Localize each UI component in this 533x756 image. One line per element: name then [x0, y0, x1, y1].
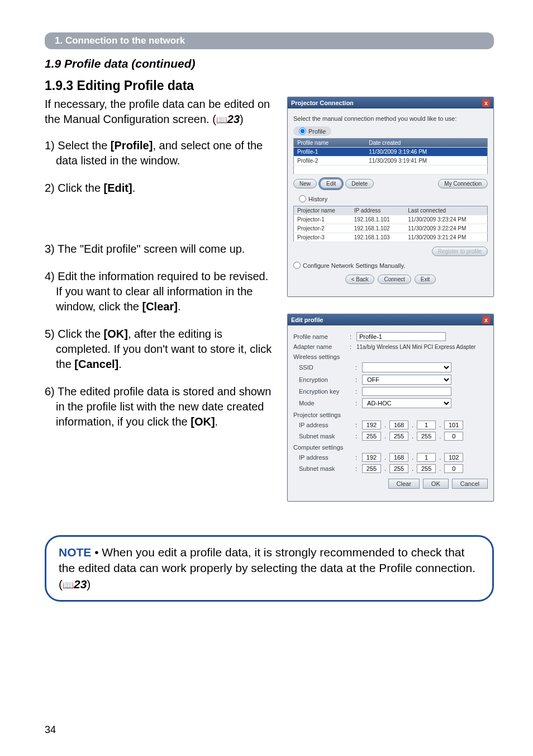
note-box: NOTE • When you edit a profile data, it …: [45, 535, 494, 602]
label-ip-address: IP address: [299, 454, 352, 461]
comp-mask-4[interactable]: [444, 464, 463, 473]
edit-profile-dialog: Edit profile x Profile name: Adapter nam…: [287, 314, 494, 502]
proj-mask-4[interactable]: [444, 432, 463, 441]
dialog-title: Edit profile: [291, 316, 323, 323]
label-mode: Mode: [299, 400, 352, 407]
profile-name-input[interactable]: [356, 332, 446, 341]
table-row[interactable]: Projector-3192.168.1.10311/30/2009 3:21:…: [294, 233, 488, 242]
new-button[interactable]: New: [293, 179, 317, 188]
projector-connection-dialog: Projector Connection x Select the manual…: [287, 97, 494, 297]
book-icon: [216, 113, 227, 125]
table-row[interactable]: Profile-211/30/2009 3:19:41 PM: [294, 157, 488, 166]
proj-ip-1[interactable]: [362, 420, 381, 429]
encryption-key-input[interactable]: [362, 387, 451, 396]
label-subnet-mask: Subnet mask: [299, 465, 352, 472]
intro-ref: 23: [227, 113, 240, 125]
step-1a: 1) Select the: [45, 139, 111, 152]
page-number: 34: [45, 724, 56, 736]
step-1: 1) Select the [Profile], and select one …: [45, 138, 277, 168]
table-row[interactable]: Projector-2192.168.1.10211/30/2009 3:22:…: [294, 224, 488, 233]
proj-ip-2[interactable]: [389, 420, 408, 429]
step-2: 2) Click the [Edit].: [45, 181, 277, 196]
clear-button[interactable]: Clear: [388, 479, 420, 489]
step-6: 6) The edited profile data is stored and…: [45, 384, 277, 429]
comp-ip-4[interactable]: [444, 453, 463, 462]
proj-ip-4[interactable]: [444, 420, 463, 429]
edit-button[interactable]: Edit: [320, 179, 342, 188]
col-profile-name: Profile name: [294, 139, 366, 148]
label-subnet-mask: Subnet mask: [299, 433, 352, 440]
radio-manual[interactable]: Configure Network Settings Manually.: [293, 262, 488, 269]
proj-ip-3[interactable]: [417, 420, 436, 429]
label-ip-address: IP address: [299, 422, 352, 428]
profile-table: Profile nameDate created Profile-111/30/…: [293, 138, 488, 174]
radio-profile[interactable]: Profile: [293, 126, 331, 136]
table-row[interactable]: Projector-1192.168.1.10111/30/2009 3:23:…: [294, 215, 488, 224]
encryption-select[interactable]: OFF: [362, 375, 451, 385]
label-encryption: Encryption: [299, 376, 352, 383]
exit-button[interactable]: Exit: [415, 275, 436, 284]
step-6c: .: [215, 415, 218, 428]
step-4c: .: [178, 300, 181, 313]
subsection-title: 1.9.3 Editing Profile data: [45, 78, 494, 93]
group-computer: Computer settings: [293, 444, 488, 451]
step-6a: 6) The edited profile data is stored and…: [45, 385, 271, 428]
radio-history-input[interactable]: [299, 195, 306, 202]
history-table: Projector nameIP addressLast connected P…: [293, 206, 488, 242]
dialog-instruction: Select the manual connection method you …: [293, 115, 488, 122]
radio-profile-label: Profile: [308, 128, 326, 135]
comp-mask-1[interactable]: [362, 464, 381, 473]
step-2c: .: [132, 182, 136, 194]
radio-manual-input[interactable]: [293, 262, 301, 269]
step-5e: .: [118, 358, 122, 370]
step-4: 4) Edit the information required to be r…: [45, 269, 277, 314]
label-adapter-name: Adapter name: [293, 343, 346, 350]
delete-button[interactable]: Delete: [345, 179, 374, 188]
group-wireless: Wireless settings: [293, 353, 488, 360]
step-5: 5) Click the [OK], after the editing is …: [45, 327, 277, 372]
step-6b: [OK]: [191, 415, 215, 428]
dialog-title: Projector Connection: [291, 100, 354, 106]
intro-line2: ): [240, 113, 244, 125]
book-icon: [63, 578, 74, 590]
label-profile-name: Profile name: [293, 333, 346, 340]
comp-mask-2[interactable]: [389, 464, 408, 473]
proj-mask-2[interactable]: [389, 432, 408, 441]
comp-ip-1[interactable]: [362, 453, 381, 462]
radio-history[interactable]: History: [293, 194, 333, 204]
proj-mask-1[interactable]: [362, 432, 381, 441]
register-button[interactable]: Register to profile: [432, 247, 488, 256]
step-2a: 2) Click the: [45, 182, 104, 194]
note-keyword: NOTE: [59, 546, 91, 559]
adapter-name-value: 11a/b/g Wireless LAN Mini PCI Express Ad…: [356, 344, 475, 350]
back-button[interactable]: < Back: [345, 275, 375, 284]
group-projector: Projector settings: [293, 412, 488, 418]
note-body1: • When you edit a profile data, it is st…: [59, 546, 475, 590]
radio-manual-label: Configure Network Settings Manually.: [303, 262, 405, 269]
col-projector-name: Projector name: [294, 206, 351, 215]
my-connection-button[interactable]: My Connection: [438, 179, 488, 188]
col-date-created: Date created: [365, 139, 487, 148]
step-5d: [Cancel]: [74, 358, 118, 370]
ok-button[interactable]: OK: [423, 479, 449, 489]
connect-button[interactable]: Connect: [378, 275, 411, 284]
comp-ip-3[interactable]: [417, 453, 436, 462]
label-ssid: SSID: [299, 364, 352, 371]
mode-select[interactable]: AD-HOC: [362, 398, 451, 408]
radio-history-label: History: [308, 196, 327, 202]
ssid-select[interactable]: [362, 362, 451, 372]
col-ip-address: IP address: [351, 206, 405, 215]
close-icon[interactable]: x: [482, 316, 490, 324]
step-1b: [Profile]: [111, 139, 153, 152]
close-icon[interactable]: x: [482, 99, 490, 107]
label-encryption-key: Encryption key: [299, 388, 352, 395]
step-3: 3) The "Edit profile" screen will come u…: [45, 242, 277, 257]
comp-mask-3[interactable]: [417, 464, 436, 473]
step-2b: [Edit]: [104, 182, 132, 194]
col-last-connected: Last connected: [404, 206, 487, 215]
proj-mask-3[interactable]: [417, 432, 436, 441]
comp-ip-2[interactable]: [389, 453, 408, 462]
radio-profile-input[interactable]: [299, 127, 306, 135]
table-row[interactable]: Profile-111/30/2009 3:19:46 PM: [294, 148, 488, 157]
cancel-button[interactable]: Cancel: [452, 479, 488, 489]
